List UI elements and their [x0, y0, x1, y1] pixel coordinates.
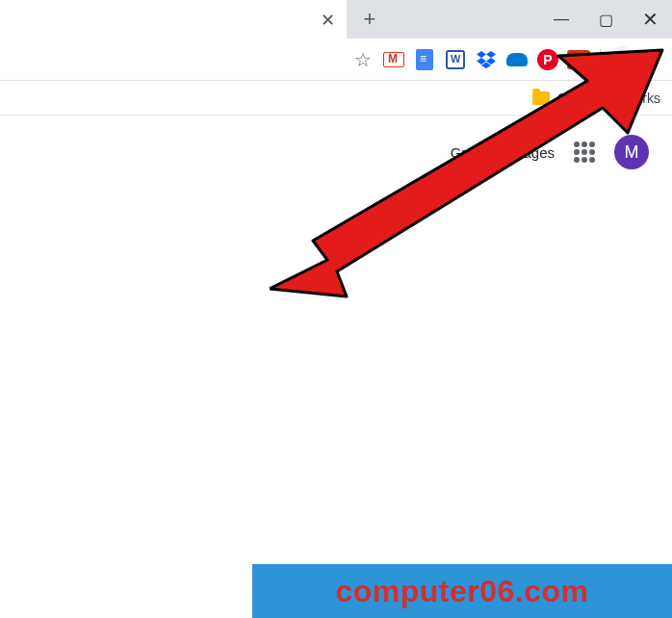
chrome-menu-icon[interactable] — [641, 51, 664, 68]
account-avatar[interactable]: M — [614, 135, 649, 169]
tab-strip-background: + — ▢ ✕ — [347, 0, 672, 39]
window-maximize-button[interactable]: ▢ — [583, 0, 628, 39]
gmail-extension-icon[interactable] — [382, 48, 405, 71]
tab-strip: ✕ + — ▢ ✕ — [0, 0, 672, 39]
pinterest-extension-icon[interactable]: P — [536, 48, 559, 71]
browser-toolbar: ☆ P ••• — [0, 39, 672, 81]
watermark-text: computer06.com — [335, 574, 588, 609]
window-controls: — ▢ ✕ — [539, 0, 672, 39]
watermark-bar: computer06.com — [252, 564, 672, 618]
bookmark-bar: Other bookmarks — [0, 81, 672, 116]
onedrive-extension-icon[interactable] — [505, 48, 529, 71]
other-bookmarks-link[interactable]: Other bookmarks — [557, 90, 660, 106]
page-content: Gmail Images M — [0, 116, 672, 189]
window-minimize-button[interactable]: — — [539, 0, 583, 39]
folder-icon — [532, 91, 550, 105]
images-link[interactable]: Images — [507, 144, 555, 161]
gmail-link[interactable]: Gmail — [451, 144, 488, 161]
new-tab-button[interactable]: + — [356, 6, 383, 33]
tab-close-icon[interactable]: ✕ — [321, 10, 335, 31]
lastpass-extension-icon[interactable]: ••• — [567, 48, 590, 71]
browser-tab[interactable]: ✕ — [0, 0, 347, 39]
google-apps-icon[interactable] — [574, 142, 595, 163]
docs-extension-icon[interactable] — [413, 48, 436, 71]
toolbar-divider — [600, 49, 601, 70]
window-close-button[interactable]: ✕ — [628, 0, 672, 39]
dropbox-extension-icon[interactable] — [475, 48, 498, 71]
profile-icon[interactable] — [610, 48, 633, 71]
bookmark-star-icon[interactable]: ☆ — [351, 48, 375, 71]
word-extension-icon[interactable] — [444, 48, 467, 71]
